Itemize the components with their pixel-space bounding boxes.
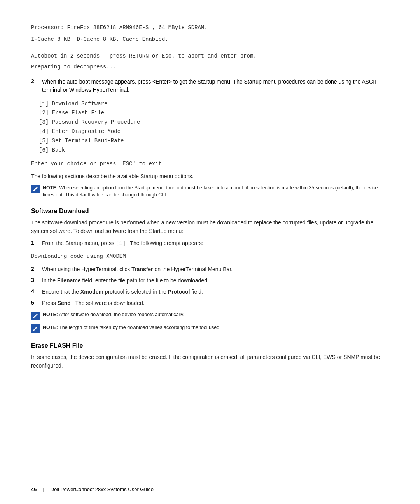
- sw-step-3-prefix: In the: [42, 277, 56, 284]
- note-3-content: The length of time taken by the download…: [59, 325, 221, 330]
- step-2-text: When the auto-boot message appears, pres…: [42, 78, 389, 94]
- sw-step-5-number: 5: [31, 299, 42, 306]
- note-2-label: NOTE:: [43, 312, 58, 317]
- note-2-icon: [31, 312, 40, 320]
- sw-step-4-bold2: Protocol: [168, 289, 190, 295]
- note-3-box: NOTE: The length of time taken by the do…: [31, 324, 389, 333]
- sw-step-2-suffix: on the HyperTerminal Menu Bar.: [154, 266, 233, 272]
- software-download-heading: Software Download: [31, 208, 389, 215]
- note-3-text: NOTE: The length of time taken by the do…: [43, 324, 221, 331]
- note-1-label: NOTE:: [43, 185, 58, 191]
- sw-step-3-bold1: Filename: [57, 277, 81, 284]
- footer-page-number: 46: [31, 486, 37, 492]
- sw-step-4-middle: protocol is selected in the: [105, 289, 166, 295]
- menu-item-4: [4] Enter Diagnostic Mode: [31, 127, 389, 136]
- erase-flash-para1: In some cases, the device configuration …: [31, 353, 389, 370]
- sw-step-3-content: In the Filename field, enter the file pa…: [42, 276, 389, 285]
- sw-step-2-content: When using the HyperTerminal, click Tran…: [42, 265, 389, 273]
- sw-step-3: 3 In the Filename field, enter the file …: [31, 276, 389, 285]
- page-footer: 46 | Dell PowerConnect 28xx Systems User…: [31, 483, 389, 492]
- top-code-block: Processor: FireFox 88E6218 ARM946E-S , 6…: [31, 23, 389, 44]
- sw-step-5-prefix: Press: [42, 300, 56, 306]
- sw-step-3-suffix: field, enter the file path for the file …: [82, 277, 209, 284]
- note-1-icon: [31, 185, 40, 193]
- sw-step-5-suffix: . The software is downloaded.: [72, 300, 145, 306]
- note-3-icon: [31, 324, 40, 333]
- sw-step-5-bold: Send: [58, 300, 71, 306]
- software-download-para1: The software download procedure is perfo…: [31, 219, 389, 235]
- following-text-block: The following sections describe the avai…: [31, 172, 389, 180]
- footer-title: Dell PowerConnect 28xx Systems User Guid…: [51, 486, 154, 492]
- step-2-item: 2 When the auto-boot message appears, pr…: [31, 78, 389, 94]
- pencil-icon: [33, 186, 38, 192]
- menu-item-1: [1] Download Software: [31, 100, 389, 109]
- sw-step-1-suffix: . The following prompt appears:: [127, 240, 203, 246]
- sw-step-2-prefix: When using the HyperTerminal, click: [42, 266, 130, 272]
- sw-step-4-suffix: field.: [191, 289, 203, 295]
- sw-step-4-bold1: Xmodem: [80, 289, 103, 295]
- page-container: Processor: FireFox 88E6218 ARM946E-S , 6…: [0, 0, 420, 504]
- sw-step-4-prefix: Ensure that the: [42, 289, 79, 295]
- sw-step-4: 4 Ensure that the Xmodem protocol is sel…: [31, 288, 389, 296]
- following-text: The following sections describe the avai…: [31, 173, 194, 179]
- sw-step-4-number: 4: [31, 288, 42, 294]
- preparing-line: Preparing to decompress...: [31, 63, 389, 71]
- menu-item-3: [3] Password Recovery Procedure: [31, 118, 389, 127]
- code-line-2: I-Cache 8 KB. D-Cache 8 KB. Cache Enable…: [31, 35, 389, 44]
- note-2-content: After software download, the device rebo…: [59, 312, 184, 317]
- code-line-1: Processor: FireFox 88E6218 ARM946E-S , 6…: [31, 23, 389, 32]
- sw-step-4-content: Ensure that the Xmodem protocol is selec…: [42, 288, 389, 296]
- menu-item-5: [5] Set Terminal Baud-Rate: [31, 136, 389, 146]
- menu-list: [1] Download Software [2] Erase Flash Fi…: [31, 100, 389, 155]
- sw-step-3-number: 3: [31, 276, 42, 283]
- menu-item-2: [2] Erase Flash File: [31, 108, 389, 118]
- sw-step-2-bold: Transfer: [131, 266, 153, 272]
- erase-flash-section: Erase FLASH File In some cases, the devi…: [31, 342, 389, 370]
- sw-step-2-number: 2: [31, 265, 42, 272]
- sw-step-1-prefix: From the Startup menu, press: [42, 240, 114, 246]
- sw-step-1-content: From the Startup menu, press [1] . The f…: [42, 239, 389, 248]
- download-code-line: Downloading code using XMODEM: [31, 253, 126, 259]
- sw-step-1: 1 From the Startup menu, press [1] . The…: [31, 239, 389, 248]
- sw-step-2: 2 When using the HyperTerminal, click Tr…: [31, 265, 389, 273]
- step-2-number: 2: [31, 78, 42, 84]
- choice-line: Enter your choice or press 'ESC' to exit: [31, 159, 389, 168]
- erase-flash-heading: Erase FLASH File: [31, 342, 389, 349]
- sw-step-1-number: 1: [31, 239, 42, 246]
- note-3-label: NOTE:: [43, 325, 58, 330]
- note-2-text: NOTE: After software download, the devic…: [43, 311, 184, 318]
- choice-text: Enter your choice or press 'ESC' to exit: [31, 161, 162, 167]
- note-1-box: NOTE: When selecting an option form the …: [31, 184, 389, 198]
- menu-item-6: [6] Back: [31, 146, 389, 155]
- pencil-icon-2: [33, 313, 38, 318]
- footer-separator: |: [43, 486, 44, 492]
- note-1-text: NOTE: When selecting an option form the …: [43, 184, 389, 198]
- pencil-icon-3: [33, 326, 38, 331]
- note-2-box: NOTE: After software download, the devic…: [31, 311, 389, 320]
- note-1-content: When selecting an option form the Startu…: [43, 185, 378, 198]
- software-download-section: Software Download The software download …: [31, 208, 389, 333]
- sw-step-1-code: [1]: [116, 240, 126, 247]
- sw-step-5-content: Press Send . The software is downloaded.: [42, 299, 389, 307]
- sw-step-5: 5 Press Send . The software is downloade…: [31, 299, 389, 307]
- autoboot-line: Autoboot in 2 seconds - press RETURN or …: [31, 52, 389, 60]
